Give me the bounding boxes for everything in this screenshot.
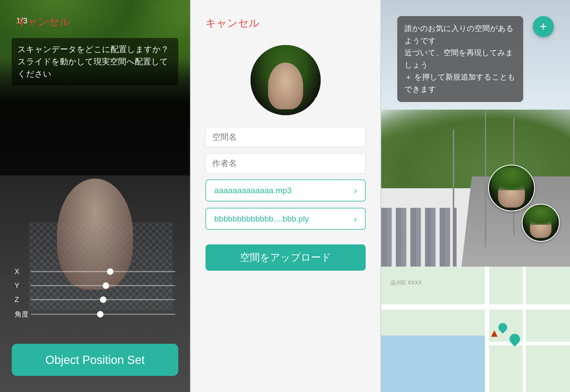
thumbnail-image-2 xyxy=(523,205,559,241)
pole-2 xyxy=(485,110,486,247)
panel-ar-map: 品川区 XXXX ▲ 誰かのお気に入りの空間があるようです 近づいて、空間を再現… xyxy=(381,0,570,392)
map-pin-green-1 xyxy=(498,323,507,332)
slider-z-row: Z xyxy=(15,296,175,304)
slider-z-label: Z xyxy=(15,296,31,304)
upload-button[interactable]: 空間をアップロード xyxy=(205,244,366,271)
slider-x-row: X xyxy=(15,267,175,276)
audio-file-label: aaaaaaaaaaaaa.mp3 xyxy=(214,186,292,195)
panel-upload: キャンセル ☀ aaaaaaaaaaaaa.mp3 › bbbbbbbbbbbb… xyxy=(191,0,381,392)
map-road-horizontal xyxy=(381,304,570,310)
map-pin-green-2 xyxy=(509,334,520,344)
slider-y-row: Y xyxy=(15,282,175,290)
cancel-button-panel2[interactable]: キャンセル xyxy=(205,16,260,30)
pole-1 xyxy=(453,129,454,286)
slider-angle-row: 角度 xyxy=(15,310,175,319)
map-area: 品川区 XXXX ▲ xyxy=(381,267,570,392)
panel-ar-placement: 1/3 キャンセル スキャンデータをどこに配置しますか？ スライドを動かして現実… xyxy=(0,0,190,392)
thumbnail-circle-2[interactable] xyxy=(522,204,560,242)
ply-file-button[interactable]: bbbbbbbbbbbbb....bbb.ply › xyxy=(205,208,366,230)
map-road-vertical-2 xyxy=(523,267,526,392)
map-label: 品川区 XXXX xyxy=(391,279,422,286)
avatar-thumbnail: ☀ xyxy=(251,45,321,115)
audio-file-button[interactable]: aaaaaaaaaaaaa.mp3 › xyxy=(205,179,366,201)
slider-y-label: Y xyxy=(15,282,31,290)
slider-x-label: X xyxy=(15,267,31,276)
object-position-set-button[interactable]: Object Position Set xyxy=(12,344,178,376)
chevron-right-icon-2: › xyxy=(354,214,357,224)
hills-background xyxy=(381,110,570,188)
slider-y-thumb[interactable] xyxy=(103,282,109,289)
chevron-right-icon: › xyxy=(354,186,357,196)
slider-z-thumb[interactable] xyxy=(100,296,106,303)
slider-y-track[interactable] xyxy=(31,285,175,286)
slider-angle-label: 角度 xyxy=(15,310,31,319)
ply-file-label: bbbbbbbbbbbbb....bbb.ply xyxy=(214,214,309,224)
add-button[interactable]: + xyxy=(533,16,554,37)
map-water xyxy=(381,336,485,392)
map-road-vertical xyxy=(485,267,489,392)
slider-z-track[interactable] xyxy=(31,299,175,300)
thumbnail-image-1 xyxy=(489,165,534,210)
slider-x-thumb[interactable] xyxy=(107,268,113,275)
instruction-text: スキャンデータをどこに配置しますか？ スライドを動かして現実空間へ配置してくださ… xyxy=(12,38,178,85)
author-name-input[interactable] xyxy=(205,153,366,174)
info-bubble: 誰かのお気に入りの空間があるようです 近づいて、空間を再現してみましょう ＋ を… xyxy=(397,16,523,102)
sun-icon: ☀ xyxy=(311,92,321,113)
avatar-figure xyxy=(268,63,303,109)
position-sliders: X Y Z 角度 xyxy=(15,267,175,325)
space-name-input[interactable] xyxy=(205,127,366,147)
cancel-button[interactable]: キャンセル xyxy=(16,15,70,29)
buildings-background xyxy=(381,208,457,267)
avatar-image xyxy=(251,45,321,115)
slider-x-track[interactable] xyxy=(31,271,175,272)
slider-angle-thumb[interactable] xyxy=(97,311,103,317)
slider-angle-track[interactable] xyxy=(31,314,175,315)
map-background: 品川区 XXXX ▲ xyxy=(381,267,570,392)
thumbnail-circle-1[interactable] xyxy=(488,165,535,211)
